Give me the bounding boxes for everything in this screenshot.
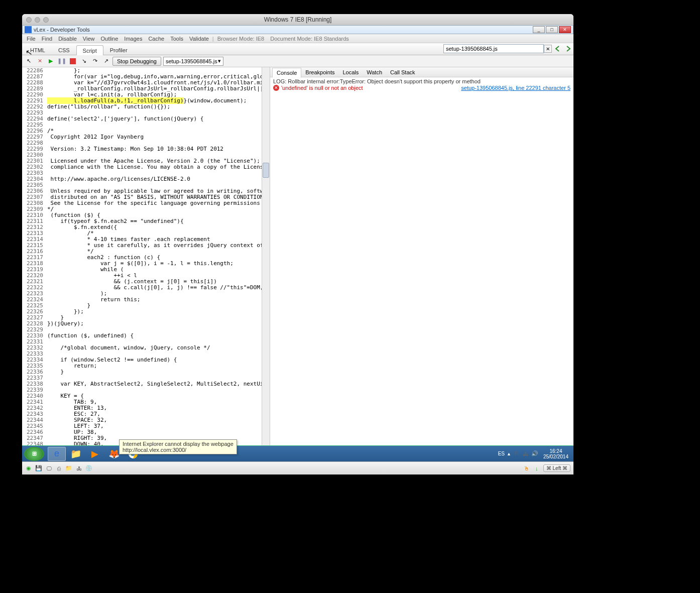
vm-save-icon[interactable]: 💾 (35, 465, 42, 472)
pause-icon[interactable]: ❚❚ (57, 57, 66, 66)
select-element-icon[interactable]: ↖ (24, 57, 33, 66)
windows-taskbar: ⊞ e 📁 ▶ 🦊 ES ▲ ⚐ 🖧 🔊 16:24 25/02/2014 (22, 445, 573, 461)
vertical-scrollbar[interactable] (262, 67, 270, 466)
console-error-msg: 'undefined' is null or not an object (281, 85, 461, 91)
console-tab-watch[interactable]: Watch (363, 68, 386, 77)
tooltip-title: Internet Explorer cannot display the web… (123, 441, 234, 447)
console-tab-console[interactable]: Console (272, 68, 301, 78)
vm-display-icon[interactable]: 🖵 (45, 465, 52, 472)
tab-profiler[interactable]: Profiler (103, 45, 134, 55)
tray-volume-icon[interactable]: 🔊 (531, 450, 538, 457)
taskbar-media-icon[interactable]: ▶ (86, 447, 104, 461)
system-tray: ES ▲ ⚐ 🖧 🔊 16:24 25/02/2014 (498, 448, 571, 459)
menu-outline[interactable]: Outline (98, 35, 121, 42)
clear-search-icon[interactable]: ✕ (544, 45, 552, 53)
zoom-dot[interactable] (43, 17, 49, 23)
vm-window: Windows 7 IE8 [Running] ↖ vLex - Develop… (22, 14, 573, 475)
start-button[interactable]: ⊞ (24, 447, 44, 461)
stop-icon[interactable] (68, 57, 77, 66)
continue-icon[interactable]: ▶ (46, 57, 55, 66)
console-error-link[interactable]: setup-1395068845.js, line 22291 characte… (461, 85, 570, 91)
vm-additions-icon[interactable]: ◉ (25, 465, 32, 472)
console-tab-locals[interactable]: Locals (338, 68, 363, 77)
code-pane: 2228622287222882228922290222912229222293… (22, 67, 270, 475)
menu-find[interactable]: Find (39, 35, 55, 42)
console-log-line: LOG: Rollbar internal error:TypeError: O… (273, 78, 570, 84)
app-icon (25, 26, 32, 33)
tray-network-icon[interactable]: 🖧 (522, 450, 529, 457)
menu-images[interactable]: Images (122, 35, 145, 42)
menu-tools[interactable]: Tools (168, 35, 186, 42)
menubar: File Find Disable View Outline Images Ca… (22, 34, 573, 43)
vm-cd-icon[interactable]: 💿 (85, 465, 92, 472)
vm-net-icon[interactable]: 🖧 (75, 465, 82, 472)
clear-console-icon[interactable]: ⨯ (35, 57, 44, 66)
close-dot[interactable] (26, 17, 32, 23)
close-button[interactable]: ✕ (559, 26, 571, 33)
file-search-input[interactable] (443, 44, 544, 53)
stop-debugging-button[interactable]: Stop Debugging (112, 57, 161, 66)
tray-action-center-icon[interactable]: ⚐ (513, 450, 520, 457)
prev-result-icon[interactable] (554, 45, 562, 52)
menu-view[interactable]: View (80, 35, 97, 42)
console-tabs: Console Breakpoints Locals Watch Call St… (270, 67, 573, 77)
vm-mouse-icon[interactable]: 🖱 (523, 465, 530, 472)
tab-css[interactable]: CSS (52, 45, 76, 55)
step-out-icon[interactable]: ↗ (101, 57, 110, 66)
code-view[interactable]: }; for(var i="log,debug,info,warn,warnin… (45, 67, 270, 466)
minimize-button[interactable]: _ (533, 26, 545, 33)
dev-tabs: HTML CSS Script Profiler ✕ (22, 43, 573, 55)
maximize-button[interactable]: □ (546, 26, 558, 33)
line-gutter: 2228622287222882228922290222912229222293… (22, 67, 45, 466)
vm-host-key: ⌘ Left ⌘ (543, 464, 570, 472)
tooltip-url: http://local.vlex.com:3000/ (123, 447, 234, 453)
hover-tooltip: Internet Explorer cannot display the web… (119, 439, 237, 454)
minimize-dot[interactable] (35, 17, 40, 23)
win-titlebar: vLex - Developer Tools _ □ ✕ (22, 25, 573, 34)
mac-window-title: Windows 7 IE8 [Running] (22, 16, 573, 23)
taskbar-ie-icon[interactable]: e (48, 447, 66, 461)
console-tab-callstack[interactable]: Call Stack (386, 68, 419, 77)
win-title: vLex - Developer Tools (34, 27, 532, 33)
vm-usb-icon[interactable]: ⎙ (55, 465, 62, 472)
menu-validate[interactable]: Validate (187, 35, 211, 42)
tab-html[interactable]: HTML (24, 45, 52, 55)
taskbar-explorer-icon[interactable]: 📁 (67, 447, 85, 461)
menu-file[interactable]: File (24, 35, 38, 42)
menu-cache[interactable]: Cache (146, 35, 167, 42)
step-over-icon[interactable]: ↷ (90, 57, 99, 66)
menu-disable[interactable]: Disable (56, 35, 79, 42)
error-icon: ✕ (273, 85, 279, 91)
vm-statusbar: ◉ 💾 🖵 ⎙ 📁 🖧 💿 🖱 ↓ ⌘ Left ⌘ (22, 461, 573, 475)
step-into-icon[interactable]: ↘ (79, 57, 88, 66)
next-result-icon[interactable] (564, 45, 572, 52)
tray-flag-icon[interactable]: ▲ (507, 451, 511, 456)
document-mode-label[interactable]: Document Mode: IE8 Standards (268, 35, 352, 42)
console-tab-breakpoints[interactable]: Breakpoints (301, 68, 338, 77)
browser-mode-label[interactable]: Browser Mode: IE8 (215, 35, 267, 42)
vm-folder-icon[interactable]: 📁 (65, 465, 72, 472)
script-file-select[interactable]: setup-1395068845.js▾ (163, 57, 223, 66)
mac-titlebar: Windows 7 IE8 [Running] (22, 14, 573, 25)
vm-keyboard-icon[interactable]: ↓ (533, 465, 540, 472)
tab-script[interactable]: Script (76, 45, 103, 55)
console-body[interactable]: LOG: Rollbar internal error:TypeError: O… (270, 77, 573, 461)
tray-clock[interactable]: 16:24 25/02/2014 (543, 448, 568, 459)
console-pane: Console Breakpoints Locals Watch Call St… (270, 67, 573, 475)
tray-lang[interactable]: ES (498, 451, 505, 456)
script-toolbar: ↖ ⨯ ▶ ❚❚ ↘ ↷ ↗ Stop Debugging setup-1395… (22, 55, 573, 67)
